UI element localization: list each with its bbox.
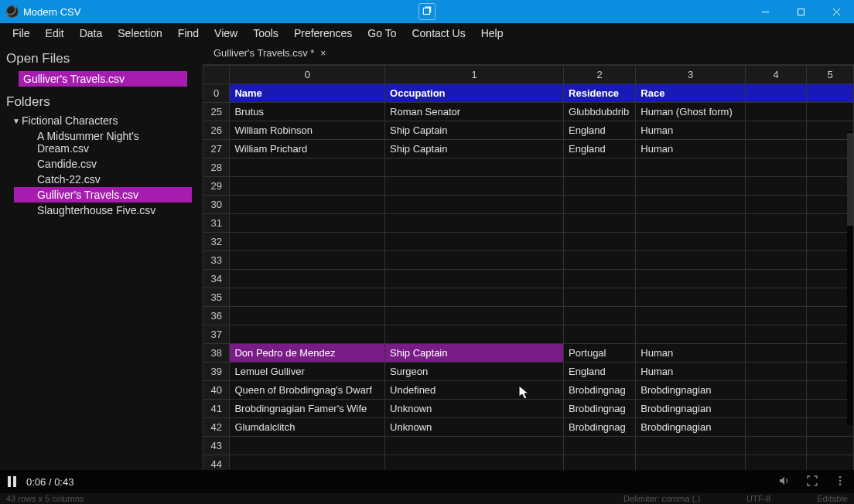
row-header[interactable]: 44 — [203, 455, 230, 471]
vertical-scrollbar-thumb[interactable] — [847, 133, 853, 226]
grid-cell[interactable] — [636, 233, 746, 251]
menu-help[interactable]: Help — [473, 25, 511, 42]
grid-cell[interactable]: Brobdingnagian Famer's Wife — [230, 400, 385, 418]
row-header[interactable]: 28 — [203, 158, 230, 177]
grid-cell[interactable] — [636, 288, 746, 307]
grid-cell[interactable]: Human — [636, 140, 746, 158]
grid-cell[interactable] — [230, 214, 385, 233]
grid-cell[interactable] — [746, 400, 807, 418]
menu-data[interactable]: Data — [72, 25, 111, 42]
grid-cell[interactable] — [230, 233, 385, 251]
grid-cell[interactable] — [385, 455, 564, 471]
row-header[interactable]: 31 — [203, 214, 230, 233]
grid-cell[interactable] — [564, 196, 636, 214]
grid-cell[interactable] — [746, 325, 807, 344]
grid-cell[interactable]: Queen of Brobdingnag's Dwarf — [230, 381, 385, 400]
grid-cell[interactable] — [807, 455, 854, 471]
grid-corner[interactable] — [203, 66, 230, 84]
row-header[interactable]: 32 — [203, 233, 230, 251]
grid-cell[interactable] — [746, 251, 807, 270]
grid-cell[interactable] — [564, 214, 636, 233]
row-header[interactable]: 26 — [203, 121, 230, 140]
grid-cell[interactable]: Residence — [564, 84, 636, 103]
grid-cell[interactable]: Glubbdubdrib — [564, 103, 636, 121]
grid-cell[interactable]: Brutus — [230, 103, 385, 121]
grid-cell[interactable] — [636, 177, 746, 196]
grid-cell[interactable] — [746, 270, 807, 288]
grid-cell[interactable] — [746, 214, 807, 233]
grid-cell[interactable] — [564, 177, 636, 196]
grid-cell[interactable] — [746, 103, 807, 121]
grid-cell[interactable]: Ship Captain — [385, 140, 564, 158]
grid-cell[interactable] — [746, 233, 807, 251]
grid-cell[interactable]: Ship Captain — [385, 121, 564, 140]
grid-cell[interactable]: Lemuel Gulliver — [230, 363, 385, 381]
grid-cell[interactable] — [385, 307, 564, 325]
row-header[interactable]: 29 — [203, 177, 230, 196]
row-header[interactable]: 38 — [203, 344, 230, 363]
grid-cell[interactable] — [385, 177, 564, 196]
grid-cell[interactable]: William Robinson — [230, 121, 385, 140]
grid-cell[interactable]: England — [564, 363, 636, 381]
grid-cell[interactable]: Occupation — [385, 84, 564, 103]
grid-cell[interactable] — [230, 196, 385, 214]
grid-cell[interactable]: England — [564, 121, 636, 140]
grid-cell[interactable] — [230, 270, 385, 288]
grid-cell[interactable] — [385, 196, 564, 214]
grid-cell[interactable]: Brobdingnag — [564, 381, 636, 400]
fullscreen-icon[interactable] — [806, 475, 818, 489]
row-header[interactable]: 25 — [203, 103, 230, 121]
grid-cell[interactable]: Human — [636, 344, 746, 363]
menu-contact-us[interactable]: Contact Us — [404, 25, 473, 42]
grid-cell[interactable] — [564, 307, 636, 325]
menu-view[interactable]: View — [207, 25, 245, 42]
grid-cell[interactable] — [385, 270, 564, 288]
grid-cell[interactable] — [230, 251, 385, 270]
grid-cell[interactable] — [385, 325, 564, 344]
grid-cell[interactable] — [636, 158, 746, 177]
grid-cell[interactable] — [230, 455, 385, 471]
grid-cell[interactable]: Brobdingnag — [564, 418, 636, 437]
menu-tools[interactable]: Tools — [245, 25, 286, 42]
row-header[interactable]: 41 — [203, 400, 230, 418]
grid-cell[interactable]: Race — [636, 84, 746, 103]
volume-icon[interactable] — [778, 475, 791, 489]
grid-cell[interactable] — [636, 455, 746, 471]
open-file-item[interactable]: Gulliver's Travels.csv — [19, 71, 187, 87]
menu-selection[interactable]: Selection — [110, 25, 170, 42]
more-icon[interactable] — [834, 475, 846, 489]
grid-cell[interactable]: Name — [230, 84, 385, 103]
menu-go-to[interactable]: Go To — [360, 25, 404, 42]
grid-cell[interactable]: Human — [636, 121, 746, 140]
row-header[interactable]: 40 — [203, 381, 230, 400]
row-header[interactable]: 43 — [203, 437, 230, 455]
grid-cell[interactable]: Unknown — [385, 400, 564, 418]
grid-cell[interactable] — [230, 177, 385, 196]
grid-cell[interactable] — [746, 84, 807, 103]
grid-cell[interactable]: Don Pedro de Mendez — [230, 344, 385, 363]
grid-cell[interactable] — [746, 288, 807, 307]
grid-cell[interactable] — [746, 344, 807, 363]
data-grid[interactable]: 0123450NameOccupationResidenceRace25Brut… — [203, 65, 854, 470]
grid-cell[interactable] — [636, 270, 746, 288]
grid-cell[interactable] — [746, 158, 807, 177]
grid-cell[interactable] — [564, 437, 636, 455]
grid-cell[interactable] — [230, 288, 385, 307]
grid-cell[interactable] — [746, 418, 807, 437]
grid-cell[interactable] — [564, 251, 636, 270]
tree-file-item[interactable]: Slaughterhouse Five.csv — [6, 203, 198, 218]
grid-cell[interactable] — [636, 325, 746, 344]
pause-button[interactable] — [8, 476, 19, 487]
grid-cell[interactable]: Unknown — [385, 418, 564, 437]
grid-cell[interactable]: Surgeon — [385, 363, 564, 381]
grid-cell[interactable]: Brobdingnag — [564, 400, 636, 418]
grid-cell[interactable] — [385, 214, 564, 233]
grid-cell[interactable] — [636, 196, 746, 214]
file-tab[interactable]: Gulliver's Travels.csv * × — [206, 43, 333, 64]
grid-cell[interactable] — [385, 251, 564, 270]
grid-cell[interactable] — [636, 307, 746, 325]
grid-cell[interactable] — [807, 84, 854, 103]
grid-cell[interactable] — [564, 455, 636, 471]
grid-cell[interactable] — [564, 233, 636, 251]
tree-file-item[interactable]: Candide.csv — [6, 156, 198, 172]
